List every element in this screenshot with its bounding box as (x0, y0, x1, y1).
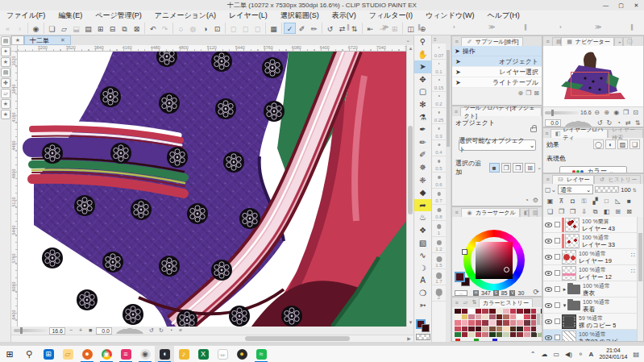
layer-thumbnail[interactable] (565, 218, 580, 232)
rotate-ccw-icon[interactable]: ↺ (596, 119, 604, 127)
deselect-icon[interactable]: ◌ (175, 23, 187, 34)
color-swatch[interactable] (497, 314, 503, 319)
color-swatch[interactable] (503, 320, 509, 325)
color-chip[interactable] (455, 339, 460, 342)
color-swatch[interactable] (489, 320, 496, 325)
foreground-color-swatch[interactable] (455, 272, 465, 282)
palette-color-icon[interactable]: ▢⌄ (545, 186, 556, 193)
navigator-view-rect[interactable] (571, 72, 609, 96)
color-swatch[interactable] (510, 320, 517, 325)
color-swatch[interactable] (462, 320, 468, 325)
pencil-tool[interactable]: ✏ (414, 136, 431, 149)
color-swatch[interactable] (524, 327, 530, 331)
fit-screen-icon[interactable]: ■ (86, 327, 94, 335)
delete-subtool-icon[interactable]: ⊠ (534, 89, 539, 97)
color-swatch[interactable] (468, 320, 475, 325)
color-swatch[interactable] (524, 309, 530, 314)
panel-menu-icon[interactable]: ≡ (543, 39, 552, 44)
layer-thumbnail[interactable] (562, 314, 576, 329)
color-mode-cycle-icon[interactable]: ⟳ (533, 288, 539, 296)
color-swatch[interactable] (497, 332, 503, 337)
history-forward-icon[interactable]: › (14, 23, 26, 34)
dock-handle-icon[interactable]: ∥ (418, 23, 421, 31)
color-swatch[interactable] (489, 332, 496, 337)
reselect-icon[interactable]: ◍ (187, 23, 199, 34)
color-swatch[interactable] (476, 320, 482, 325)
color-swatch[interactable] (517, 327, 523, 331)
eye-icon[interactable] (545, 287, 552, 292)
eye-icon[interactable] (545, 335, 552, 340)
enable-mask-icon[interactable]: □ (601, 196, 612, 206)
tray-chevron-icon[interactable]: ⌃ (530, 351, 536, 358)
layer-checkbox[interactable] (555, 335, 560, 340)
canvas-viewport[interactable] (18, 52, 406, 327)
crop-1-icon[interactable]: ◻ (227, 23, 239, 34)
invert-selection-icon[interactable]: ◑ (199, 23, 211, 34)
zoom-value[interactable]: 16.6 (49, 327, 65, 335)
color-swatch[interactable] (482, 314, 488, 319)
menu-help[interactable]: ヘルプ(H) (481, 10, 526, 21)
color-swatch[interactable] (510, 332, 517, 337)
layer-row-唐衣[interactable]: ▸100 %通常唐衣 (543, 281, 637, 298)
selection-add-button[interactable]: ❐ (501, 163, 512, 173)
panel-menu-icon[interactable]: ≡ (452, 300, 461, 306)
color-swatch[interactable] (468, 314, 475, 319)
layer-thumbnail[interactable] (565, 234, 580, 248)
cat-app[interactable]: ·ω· (213, 346, 232, 362)
color-chip[interactable] (474, 339, 479, 342)
blend-mode-dropdown[interactable]: 通常⌄ (558, 185, 593, 194)
color-swatch[interactable] (482, 327, 488, 331)
layer-row-レイヤー 43[interactable]: 100 %乗算レイヤー 43 (543, 217, 637, 233)
fullscreen-icon[interactable]: ⊡ (632, 109, 640, 116)
color-swatch[interactable] (524, 320, 530, 325)
eye-icon[interactable] (545, 239, 552, 243)
menu-page-management[interactable]: ページ管理(P) (89, 10, 147, 21)
transfer-down-icon[interactable]: ⇩ (579, 207, 589, 217)
spotify-app[interactable]: ≈ (251, 346, 271, 362)
color-swatch[interactable] (510, 327, 517, 331)
eye-icon[interactable] (545, 319, 552, 324)
auto-select-tool[interactable]: ✻ (414, 98, 431, 111)
fit-window-icon[interactable]: ❐ (622, 109, 630, 116)
vertical-scrollbar-thumb[interactable] (408, 126, 413, 214)
subtool-group-row[interactable]: ➤ 操作 (452, 46, 542, 56)
layer-color-icon[interactable]: ■ (624, 196, 634, 206)
rotate-reset-icon[interactable]: ◔ (167, 327, 175, 335)
layer-thumbnail[interactable] (562, 331, 576, 343)
color-swatch[interactable] (482, 320, 488, 325)
minimize-button[interactable]: — (598, 0, 613, 10)
text-tool[interactable]: A (414, 274, 431, 287)
gradient-tool[interactable]: ▧ (414, 237, 431, 250)
color-swatch[interactable] (476, 309, 482, 314)
navigator-zoom-slider[interactable] (545, 111, 579, 114)
color-swatch[interactable] (517, 314, 523, 319)
zoom-out-icon[interactable]: ⊖ (593, 109, 601, 116)
color-swatch[interactable] (497, 327, 503, 331)
layer-checkbox[interactable] (555, 318, 560, 324)
folder-arrow-icon[interactable]: ▾ (562, 302, 567, 309)
layer-row-丸文02 のコピー[interactable]: 100 %通常丸文02 のコピー (543, 330, 637, 342)
tone-area-icon[interactable]: ▦ (268, 23, 280, 34)
store-app[interactable]: ⊞ (39, 346, 58, 362)
color-swatch[interactable] (482, 332, 488, 337)
color-swatch[interactable] (503, 314, 509, 319)
opacity-stepper[interactable]: ⇅ (633, 187, 637, 193)
layer-thumbnail[interactable] (562, 250, 576, 264)
navigator-preview[interactable] (543, 46, 643, 107)
view-back-icon[interactable]: ⇤ (364, 23, 376, 34)
color-swatch[interactable] (510, 309, 517, 314)
rotation-slider[interactable] (114, 327, 146, 334)
dock-palette-icon-0[interactable]: ▤ (1, 36, 10, 46)
subtool-item-レイヤー選択[interactable]: ➤レイヤー選択 (452, 67, 542, 77)
navigator-tab[interactable]: ▦ナビゲーター (561, 37, 614, 46)
expression-color-dropdown[interactable]: カラー ⌄ (559, 166, 627, 173)
zoom-out-icon[interactable]: − (67, 327, 75, 335)
hand-tool[interactable]: ✋ (414, 48, 431, 61)
layer-row-レイヤー 19[interactable]: 100 %通常レイヤー 19∷ (543, 249, 637, 265)
dock-handle-icon[interactable]: ≫ (382, 23, 388, 31)
move-layer-tool[interactable]: ✥ (414, 73, 431, 86)
color-swatch[interactable] (476, 314, 482, 319)
panel-menu-icon[interactable]: ≡ (543, 131, 551, 136)
layer-row-表着[interactable]: ▾100 %通常表着 (543, 298, 637, 314)
panel-menu-icon[interactable]: ≡ (452, 210, 461, 215)
